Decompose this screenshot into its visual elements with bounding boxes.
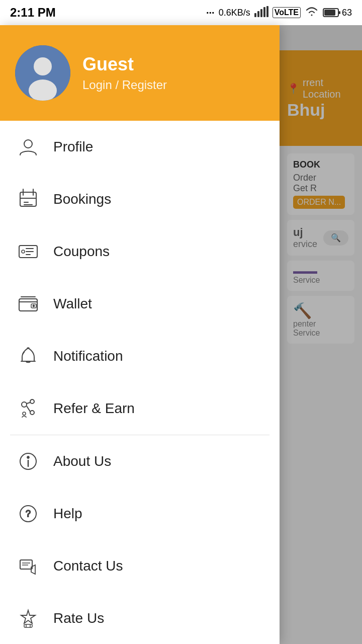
menu-label-wallet: Wallet — [53, 296, 92, 312]
status-bar: 2:11 PM ··· 0.6KB/s VoLTE — [0, 0, 362, 25]
menu-item-bookings[interactable]: Bookings — [0, 173, 280, 225]
status-icons: ··· 0.6KB/s VoLTE 63 — [206, 6, 352, 20]
wifi-icon — [305, 6, 319, 20]
signal-icon — [254, 6, 268, 20]
menu-item-profile[interactable]: Profile — [0, 121, 280, 173]
menu-label-help: Help — [53, 506, 82, 522]
menu-section-1: Profile Bookings Coupons Wallet — [0, 121, 280, 435]
dots-icon: ··· — [206, 7, 215, 19]
svg-line-30 — [27, 403, 30, 404]
menu-item-help[interactable]: ? Help — [0, 488, 280, 540]
menu-label-refer-earn: Refer & Earn — [53, 400, 135, 417]
navigation-drawer: Guest Login / Register Profile Bookings … — [0, 25, 280, 644]
menu-label-profile: Profile — [53, 139, 93, 155]
user-name: Guest — [82, 54, 167, 75]
battery-level: 63 — [342, 8, 352, 18]
svg-rect-38 — [20, 560, 32, 569]
time: 2:11 PM — [10, 6, 56, 20]
svg-rect-0 — [254, 13, 256, 17]
svg-rect-42 — [24, 624, 32, 627]
menu-item-wallet[interactable]: Wallet — [0, 278, 280, 330]
svg-point-32 — [23, 412, 26, 415]
menu-label-bookings: Bookings — [53, 191, 111, 207]
login-register-link[interactable]: Login / Register — [82, 78, 167, 92]
coupons-icon — [15, 238, 41, 265]
bookings-icon — [15, 186, 41, 212]
drawer-header[interactable]: Guest Login / Register — [0, 25, 280, 121]
about-icon — [15, 448, 41, 474]
help-icon: ? — [15, 501, 41, 527]
volte-icon: VoLTE — [273, 7, 301, 18]
menu-label-notification: Notification — [53, 348, 123, 364]
wallet-icon — [15, 291, 41, 317]
svg-rect-23 — [19, 299, 37, 311]
svg-rect-2 — [260, 9, 262, 17]
svg-rect-3 — [263, 7, 265, 17]
menu-label-coupons: Coupons — [53, 244, 110, 260]
refer-icon — [15, 395, 41, 422]
menu-item-coupons[interactable]: Coupons — [0, 225, 280, 278]
menu-item-notification[interactable]: Notification — [0, 330, 280, 382]
svg-point-10 — [29, 79, 57, 101]
menu-item-contact-us[interactable]: Contact Us — [0, 540, 280, 592]
svg-rect-6 — [324, 10, 335, 16]
menu-item-about-us[interactable]: About Us — [0, 435, 280, 488]
svg-rect-7 — [339, 11, 340, 14]
rate-icon — [15, 605, 41, 631]
contact-icon — [15, 553, 41, 579]
user-info: Guest Login / Register — [82, 54, 167, 92]
svg-line-31 — [27, 406, 30, 412]
svg-point-11 — [24, 140, 32, 148]
svg-rect-4 — [266, 6, 268, 17]
battery-icon: 63 — [323, 8, 352, 18]
avatar — [15, 45, 70, 101]
svg-point-9 — [34, 57, 52, 75]
svg-rect-1 — [257, 11, 259, 17]
menu-section-2: About Us ? Help Contact Us — [0, 435, 280, 644]
menu-label-rate-us: Rate Us — [53, 610, 104, 626]
menu-label-contact-us: Contact Us — [53, 558, 123, 574]
profile-icon — [15, 134, 41, 160]
svg-rect-12 — [20, 192, 36, 206]
svg-point-28 — [30, 399, 34, 404]
menu-item-rate-us[interactable]: Rate Us — [0, 592, 280, 644]
svg-point-34 — [27, 456, 29, 458]
svg-text:?: ? — [26, 509, 31, 519]
svg-point-27 — [22, 402, 27, 407]
menu-item-refer-earn[interactable]: Refer & Earn — [0, 382, 280, 435]
menu-label-about-us: About Us — [53, 453, 111, 469]
svg-marker-41 — [21, 610, 35, 623]
network-speed: 0.6KB/s — [219, 8, 250, 18]
svg-point-19 — [22, 250, 25, 253]
svg-point-29 — [30, 411, 34, 415]
notification-icon — [15, 343, 41, 369]
svg-point-25 — [33, 305, 35, 307]
